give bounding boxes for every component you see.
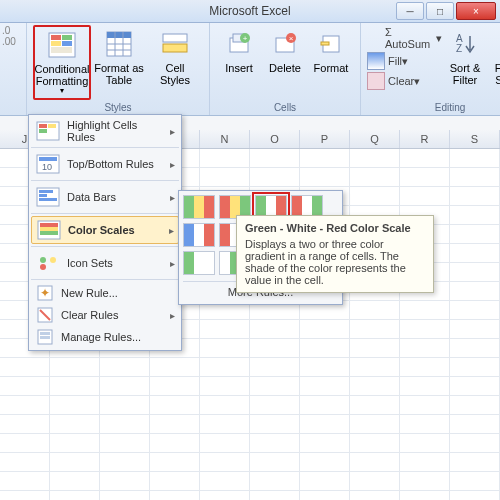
cell[interactable] bbox=[50, 377, 100, 395]
conditional-formatting-button[interactable]: Conditional Formatting ▾ bbox=[33, 25, 91, 100]
cell[interactable] bbox=[200, 453, 250, 471]
cell[interactable] bbox=[200, 168, 250, 186]
column-header[interactable]: P bbox=[300, 130, 350, 148]
cell[interactable] bbox=[200, 149, 250, 167]
cell[interactable] bbox=[100, 453, 150, 471]
cell[interactable] bbox=[450, 225, 500, 243]
cell[interactable] bbox=[50, 434, 100, 452]
cell[interactable] bbox=[400, 320, 450, 338]
cell[interactable] bbox=[250, 149, 300, 167]
clear-button[interactable]: Clear ▾ bbox=[367, 71, 442, 91]
cell[interactable] bbox=[100, 415, 150, 433]
cell[interactable] bbox=[450, 453, 500, 471]
format-button[interactable]: Format bbox=[308, 25, 354, 77]
cell[interactable] bbox=[300, 339, 350, 357]
cell[interactable] bbox=[300, 415, 350, 433]
cell[interactable] bbox=[450, 149, 500, 167]
cell[interactable] bbox=[400, 396, 450, 414]
cell[interactable] bbox=[200, 396, 250, 414]
cell[interactable] bbox=[200, 491, 250, 500]
cell[interactable] bbox=[400, 377, 450, 395]
cell[interactable] bbox=[400, 434, 450, 452]
maximize-button[interactable]: □ bbox=[426, 2, 454, 20]
cell[interactable] bbox=[0, 358, 50, 376]
close-button[interactable]: × bbox=[456, 2, 496, 20]
cell[interactable] bbox=[0, 377, 50, 395]
cell[interactable] bbox=[450, 282, 500, 300]
cell[interactable] bbox=[100, 434, 150, 452]
cell[interactable] bbox=[250, 415, 300, 433]
cell[interactable] bbox=[350, 472, 400, 490]
cell[interactable] bbox=[150, 377, 200, 395]
cell[interactable] bbox=[400, 491, 450, 500]
cell[interactable] bbox=[300, 434, 350, 452]
cell[interactable] bbox=[300, 453, 350, 471]
color-scale-option[interactable] bbox=[183, 195, 215, 219]
cell[interactable] bbox=[300, 168, 350, 186]
cell[interactable] bbox=[400, 453, 450, 471]
icon-sets-item[interactable]: Icon Sets ▸ bbox=[31, 249, 179, 277]
cell[interactable] bbox=[450, 339, 500, 357]
cell[interactable] bbox=[300, 491, 350, 500]
cell[interactable] bbox=[450, 396, 500, 414]
cell[interactable] bbox=[150, 415, 200, 433]
cell[interactable] bbox=[350, 491, 400, 500]
cell[interactable] bbox=[450, 301, 500, 319]
cell[interactable] bbox=[200, 472, 250, 490]
column-header[interactable]: N bbox=[200, 130, 250, 148]
cell[interactable] bbox=[350, 320, 400, 338]
cell[interactable] bbox=[450, 491, 500, 500]
cell-styles-button[interactable]: Cell Styles bbox=[147, 25, 203, 100]
cell[interactable] bbox=[0, 491, 50, 500]
cell[interactable] bbox=[450, 415, 500, 433]
cell[interactable] bbox=[300, 377, 350, 395]
cell[interactable] bbox=[350, 168, 400, 186]
cell[interactable] bbox=[100, 377, 150, 395]
manage-rules-item[interactable]: Manage Rules... bbox=[31, 326, 179, 348]
cell[interactable] bbox=[250, 339, 300, 357]
minimize-button[interactable]: ─ bbox=[396, 2, 424, 20]
cell[interactable] bbox=[100, 472, 150, 490]
cell[interactable] bbox=[250, 168, 300, 186]
color-scales-item[interactable]: Color Scales ▸ bbox=[31, 216, 179, 244]
cell[interactable] bbox=[450, 434, 500, 452]
decimal-increase-icon[interactable]: .00 bbox=[2, 36, 20, 47]
decimal-decrease-icon[interactable]: .0 bbox=[2, 25, 20, 36]
top-bottom-rules-item[interactable]: 10 Top/Bottom Rules ▸ bbox=[31, 150, 179, 178]
cell[interactable] bbox=[100, 396, 150, 414]
cell[interactable] bbox=[400, 472, 450, 490]
cell[interactable] bbox=[350, 453, 400, 471]
fill-button[interactable]: Fill ▾ bbox=[367, 51, 442, 71]
cell[interactable] bbox=[200, 377, 250, 395]
cell[interactable] bbox=[150, 396, 200, 414]
cell[interactable] bbox=[350, 339, 400, 357]
cell[interactable] bbox=[400, 339, 450, 357]
cell[interactable] bbox=[450, 472, 500, 490]
cell[interactable] bbox=[0, 453, 50, 471]
cell[interactable] bbox=[0, 472, 50, 490]
cell[interactable] bbox=[400, 149, 450, 167]
cell[interactable] bbox=[0, 434, 50, 452]
clear-rules-item[interactable]: Clear Rules ▸ bbox=[31, 304, 179, 326]
cell[interactable] bbox=[50, 472, 100, 490]
cell[interactable] bbox=[350, 301, 400, 319]
cell[interactable] bbox=[250, 434, 300, 452]
cell[interactable] bbox=[300, 472, 350, 490]
cell[interactable] bbox=[350, 149, 400, 167]
cell[interactable] bbox=[0, 396, 50, 414]
cell[interactable] bbox=[150, 358, 200, 376]
cell[interactable] bbox=[150, 453, 200, 471]
cell[interactable] bbox=[50, 396, 100, 414]
cell[interactable] bbox=[300, 320, 350, 338]
cell[interactable] bbox=[350, 377, 400, 395]
cell[interactable] bbox=[200, 434, 250, 452]
cell[interactable] bbox=[250, 358, 300, 376]
column-header[interactable]: Q bbox=[350, 130, 400, 148]
cell[interactable] bbox=[50, 415, 100, 433]
column-header[interactable]: R bbox=[400, 130, 450, 148]
cell[interactable] bbox=[50, 491, 100, 500]
cell[interactable] bbox=[250, 320, 300, 338]
find-select-button[interactable]: Find & Select bbox=[488, 25, 500, 91]
cell[interactable] bbox=[250, 396, 300, 414]
cell[interactable] bbox=[250, 472, 300, 490]
